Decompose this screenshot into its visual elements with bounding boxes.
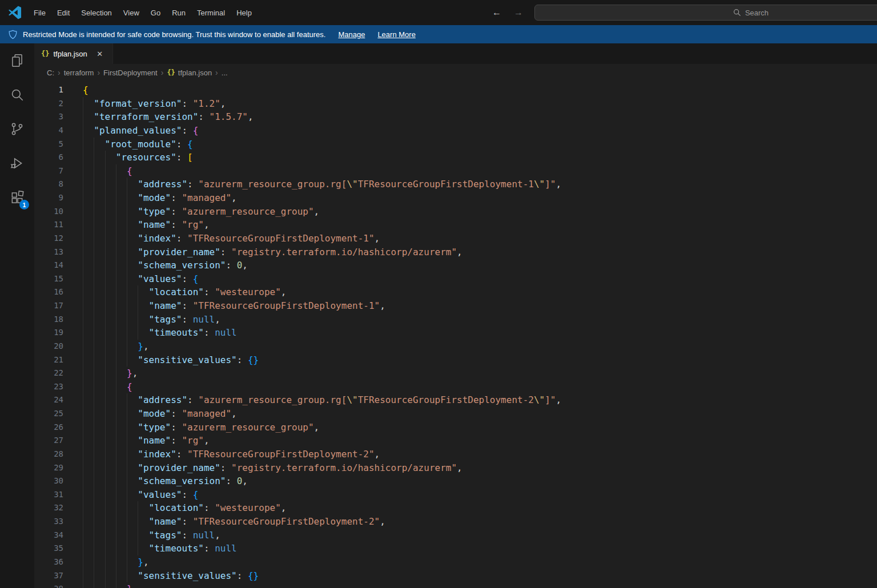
line-number[interactable]: 7: [34, 164, 83, 178]
code-line-12[interactable]: 12"index": "TFResourceGroupFirstDeployme…: [34, 232, 877, 245]
line-number[interactable]: 20: [34, 340, 83, 353]
code-line-36[interactable]: 36},: [34, 555, 877, 569]
line-number[interactable]: 28: [34, 448, 83, 461]
code-line-8[interactable]: 8"address": "azurerm_resource_group.rg[\…: [34, 178, 877, 191]
code-line-content[interactable]: "planned_values": {: [83, 124, 877, 138]
menu-file[interactable]: File: [29, 6, 51, 20]
code-line-15[interactable]: 15"values": {: [34, 272, 877, 286]
code-line-32[interactable]: 32"location": "westeurope",: [34, 501, 877, 515]
run-and-debug-icon[interactable]: [3, 150, 31, 177]
forward-arrow-icon[interactable]: →: [514, 7, 523, 18]
code-line-content[interactable]: {: [83, 83, 877, 97]
code-line-content[interactable]: "sensitive_values": {}: [83, 569, 877, 583]
menu-view[interactable]: View: [118, 6, 144, 20]
editor[interactable]: 1{2"format_version": "1.2",3"terraform_v…: [34, 81, 877, 588]
line-number[interactable]: 37: [34, 569, 83, 583]
line-number[interactable]: 2: [34, 97, 83, 111]
code-line-18[interactable]: 18"tags": null,: [34, 313, 877, 327]
line-number[interactable]: 4: [34, 124, 83, 138]
tab-close-icon[interactable]: ✕: [94, 48, 106, 59]
code-line-content[interactable]: "location": "westeurope",: [83, 501, 877, 515]
code-line-7[interactable]: 7{: [34, 164, 877, 178]
menu-run[interactable]: Run: [167, 6, 191, 20]
manage-link[interactable]: Manage: [338, 30, 365, 39]
line-number[interactable]: 25: [34, 407, 83, 421]
code-line-20[interactable]: 20},: [34, 340, 877, 353]
code-line-content[interactable]: {: [83, 380, 877, 394]
code-line-24[interactable]: 24"address": "azurerm_resource_group.rg[…: [34, 393, 877, 407]
code-line-content[interactable]: "tags": null,: [83, 529, 877, 542]
line-number[interactable]: 27: [34, 434, 83, 448]
line-number[interactable]: 24: [34, 393, 83, 407]
line-number[interactable]: 38: [34, 582, 83, 588]
line-number[interactable]: 3: [34, 110, 83, 124]
code-line-content[interactable]: },: [83, 367, 877, 380]
source-control-icon[interactable]: [3, 115, 31, 143]
code-line-content[interactable]: "name": "TFResourceGroupFirstDeployment-…: [83, 299, 877, 313]
code-line-4[interactable]: 4"planned_values": {: [34, 124, 877, 138]
line-number[interactable]: 21: [34, 353, 83, 367]
line-number[interactable]: 23: [34, 380, 83, 394]
breadcrumb-item--[interactable]: ...: [220, 69, 229, 77]
menu-terminal[interactable]: Terminal: [192, 6, 230, 20]
code-line-29[interactable]: 29"provider_name": "registry.terraform.i…: [34, 461, 877, 475]
code-line-content[interactable]: "name": "rg",: [83, 218, 877, 232]
line-number[interactable]: 32: [34, 501, 83, 515]
breadcrumb-item-tfplan-json[interactable]: {}tfplan.json: [166, 69, 213, 77]
code-line-22[interactable]: 22},: [34, 367, 877, 380]
code-line-content[interactable]: "provider_name": "registry.terraform.io/…: [83, 245, 877, 259]
code-line-10[interactable]: 10"type": "azurerm_resource_group",: [34, 205, 877, 219]
line-number[interactable]: 11: [34, 218, 83, 232]
line-number[interactable]: 9: [34, 191, 83, 205]
code-line-content[interactable]: "resources": [: [83, 151, 877, 164]
line-number[interactable]: 30: [34, 474, 83, 488]
tab-tfplan-json[interactable]: {} tfplan.json ✕: [34, 43, 113, 64]
code-line-content[interactable]: "values": {: [83, 488, 877, 502]
code-line-17[interactable]: 17"name": "TFResourceGroupFirstDeploymen…: [34, 299, 877, 313]
code-line-content[interactable]: "tags": null,: [83, 313, 877, 327]
code-line-content[interactable]: },: [83, 555, 877, 569]
code-line-14[interactable]: 14"schema_version": 0,: [34, 259, 877, 272]
code-line-26[interactable]: 26"type": "azurerm_resource_group",: [34, 421, 877, 434]
line-number[interactable]: 15: [34, 272, 83, 286]
code-line-content[interactable]: "schema_version": 0,: [83, 474, 877, 488]
code-line-34[interactable]: 34"tags": null,: [34, 529, 877, 542]
line-number[interactable]: 14: [34, 259, 83, 272]
code-line-content[interactable]: "provider_name": "registry.terraform.io/…: [83, 461, 877, 475]
line-number[interactable]: 35: [34, 542, 83, 555]
code-line-content[interactable]: "address": "azurerm_resource_group.rg[\"…: [83, 178, 877, 191]
menu-edit[interactable]: Edit: [52, 6, 75, 20]
code-line-content[interactable]: "mode": "managed",: [83, 191, 877, 205]
code-line-9[interactable]: 9"mode": "managed",: [34, 191, 877, 205]
code-line-content[interactable]: },: [83, 340, 877, 353]
code-line-23[interactable]: 23{: [34, 380, 877, 394]
line-number[interactable]: 17: [34, 299, 83, 313]
line-number[interactable]: 8: [34, 178, 83, 191]
command-center-search[interactable]: Search: [534, 5, 877, 21]
code-line-31[interactable]: 31"values": {: [34, 488, 877, 502]
code-line-content[interactable]: "timeouts": null: [83, 542, 877, 555]
code-line-content[interactable]: "mode": "managed",: [83, 407, 877, 421]
line-number[interactable]: 18: [34, 313, 83, 327]
code-line-19[interactable]: 19"timeouts": null: [34, 326, 877, 340]
code-line-30[interactable]: 30"schema_version": 0,: [34, 474, 877, 488]
explorer-icon[interactable]: [3, 47, 31, 74]
line-number[interactable]: 13: [34, 245, 83, 259]
code-line-content[interactable]: "format_version": "1.2",: [83, 97, 877, 111]
code-line-content[interactable]: {: [83, 164, 877, 178]
code-line-content[interactable]: "location": "westeurope",: [83, 285, 877, 299]
code-line-content[interactable]: },: [83, 582, 877, 588]
line-number[interactable]: 22: [34, 367, 83, 380]
code-line-content[interactable]: "root_module": {: [83, 138, 877, 151]
line-number[interactable]: 19: [34, 326, 83, 340]
code-line-35[interactable]: 35"timeouts": null: [34, 542, 877, 555]
code-line-6[interactable]: 6"resources": [: [34, 151, 877, 164]
code-line-content[interactable]: "address": "azurerm_resource_group.rg[\"…: [83, 393, 877, 407]
code-line-content[interactable]: "sensitive_values": {}: [83, 353, 877, 367]
code-line-33[interactable]: 33"name": "TFResourceGroupFirstDeploymen…: [34, 515, 877, 529]
code-line-content[interactable]: "schema_version": 0,: [83, 259, 877, 272]
line-number[interactable]: 26: [34, 421, 83, 434]
code-line-content[interactable]: "index": "TFResourceGroupFirstDeployment…: [83, 448, 877, 461]
code-line-content[interactable]: "terraform_version": "1.5.7",: [83, 110, 877, 124]
code-line-16[interactable]: 16"location": "westeurope",: [34, 285, 877, 299]
